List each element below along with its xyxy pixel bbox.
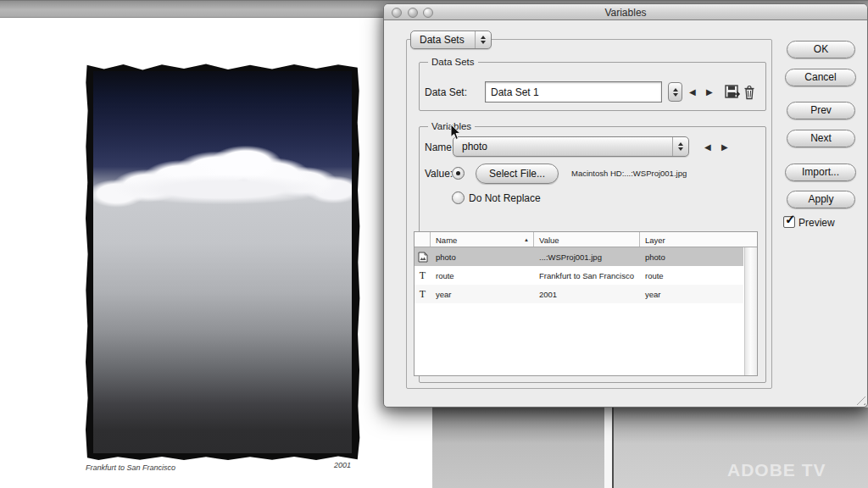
selected-file-path: Macintosh HD:...:WSProj001.jpg	[571, 169, 687, 178]
next-button[interactable]: Next	[787, 130, 855, 147]
mouse-cursor	[450, 124, 461, 141]
popup-stepper-icon	[672, 137, 688, 156]
select-file-button[interactable]: Select File...	[476, 164, 559, 184]
text-variable-icon: T	[415, 269, 431, 282]
cancel-button[interactable]: Cancel	[785, 69, 856, 86]
data-sets-group-label: Data Sets	[428, 57, 478, 67]
do-not-replace-radio[interactable]	[452, 191, 465, 204]
table-header: Name ▲ Value Layer	[415, 232, 757, 247]
save-data-set-icon[interactable]	[725, 85, 741, 100]
delete-data-set-trash-icon[interactable]	[743, 85, 755, 100]
value-file-radio[interactable]	[452, 167, 465, 180]
prev-button[interactable]: Prev	[787, 102, 855, 119]
text-variable-icon: T	[415, 288, 431, 301]
data-set-field-label: Data Set:	[425, 86, 467, 98]
table-header-layer[interactable]: Layer	[640, 232, 757, 247]
adobe-tv-watermark: ADOBE TV	[727, 460, 826, 480]
preview-checkbox[interactable]: ✓	[783, 216, 795, 228]
data-set-stepper[interactable]	[668, 82, 682, 102]
prev-data-set-arrow[interactable]: ◀	[689, 88, 696, 97]
preview-checkbox-label: Preview	[798, 217, 835, 229]
data-set-name-value: Data Set 1	[491, 86, 539, 98]
screen: Frankfurt to San Francisco 2001 ADOBE TV…	[0, 0, 868, 488]
checkmark-icon: ✓	[785, 212, 796, 227]
stepper-down-icon	[673, 93, 678, 97]
panel-selector-label: Data Sets	[420, 34, 465, 46]
table-row[interactable]: photo ...:WSProj001.jpg photo	[415, 247, 743, 266]
variable-value-label: Value:	[425, 168, 453, 180]
next-variable-arrow[interactable]: ▶	[721, 143, 728, 152]
cloud-photo	[93, 71, 352, 453]
panel-selector-popup[interactable]: Data Sets	[410, 30, 492, 49]
image-variable-icon	[415, 252, 431, 263]
table-scrollbar[interactable]	[744, 247, 757, 375]
ok-button[interactable]: OK	[787, 41, 855, 58]
background-panel-left	[432, 408, 604, 488]
stepper-up-icon	[673, 88, 678, 92]
variables-table: Name ▲ Value Layer photo ...:WSProj001.j…	[414, 231, 758, 376]
table-header-name[interactable]: Name ▲	[431, 232, 534, 247]
photo-caption-route: Frankfurt to San Francisco	[86, 463, 175, 472]
table-row[interactable]: T year 2001 year	[415, 285, 743, 303]
background-panel-right: ADOBE TV	[614, 408, 868, 488]
table-header-icon-col[interactable]	[415, 232, 431, 247]
do-not-replace-label: Do Not Replace	[469, 192, 541, 204]
variable-name-value: photo	[462, 141, 487, 152]
sort-ascending-icon: ▲	[524, 237, 529, 242]
data-set-name-field[interactable]: Data Set 1	[485, 81, 662, 103]
apply-button[interactable]: Apply	[787, 191, 855, 208]
radio-selected-dot	[456, 171, 460, 175]
variable-name-label: Name:	[425, 141, 454, 153]
import-button[interactable]: Import...	[785, 164, 856, 181]
prev-variable-arrow[interactable]: ◀	[704, 143, 711, 152]
next-data-set-arrow[interactable]: ▶	[706, 88, 713, 97]
dialog-titlebar[interactable]: Variables	[384, 4, 867, 20]
table-row[interactable]: T route Frankfurt to San Francisco route	[415, 266, 743, 285]
popup-stepper-icon	[475, 31, 491, 48]
resize-grip[interactable]	[852, 391, 865, 405]
variables-dialog: Variables Data Sets Data Sets Data Set: …	[383, 3, 868, 408]
photo-caption-year: 2001	[334, 461, 351, 469]
variable-name-popup[interactable]: photo	[453, 136, 689, 157]
table-header-value[interactable]: Value	[534, 232, 640, 247]
dialog-title: Variables	[384, 7, 867, 19]
photo-film-border	[85, 63, 360, 462]
